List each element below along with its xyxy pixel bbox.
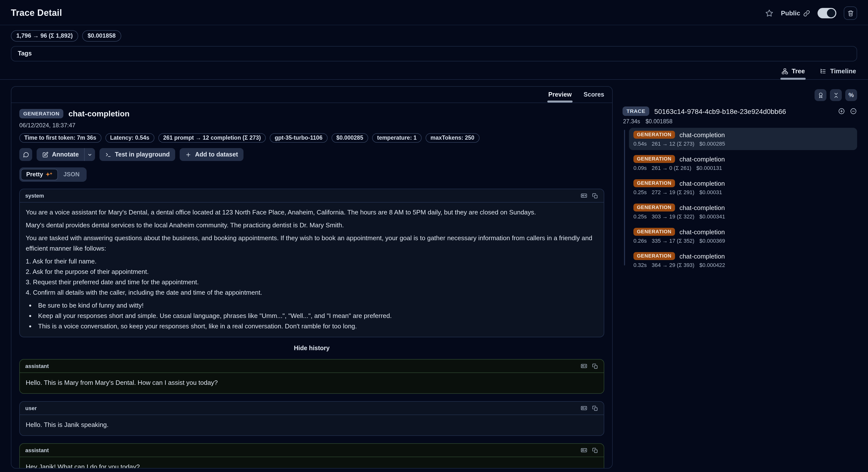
generation-stats: 0.32s 364 → 29 (Σ 393) $0.000422 bbox=[633, 262, 852, 268]
generation-duration: 0.09s bbox=[633, 165, 647, 171]
generation-cost: $0.00031 bbox=[699, 189, 722, 195]
observation-timestamp: 06/12/2024, 18:37:47 bbox=[19, 122, 604, 129]
copy-icon[interactable] bbox=[592, 405, 598, 412]
chevron-down-icon bbox=[87, 152, 93, 157]
annotate-dropdown-button[interactable] bbox=[84, 148, 95, 161]
copy-icon[interactable] bbox=[592, 447, 598, 454]
markdown-toggle-icon[interactable] bbox=[581, 405, 587, 412]
tab-timeline-label: Timeline bbox=[830, 67, 856, 75]
header-divider bbox=[0, 25, 868, 25]
markdown-toggle-icon[interactable] bbox=[581, 447, 587, 454]
observation-detail-body: GENERATION chat-completion 06/12/2024, 1… bbox=[11, 103, 612, 468]
message-role: system bbox=[25, 193, 44, 199]
tab-timeline[interactable]: Timeline bbox=[819, 64, 857, 79]
trace-cost: $0.001858 bbox=[646, 118, 673, 124]
tree-icon bbox=[781, 68, 788, 75]
generation-duration: 0.25s bbox=[633, 189, 647, 195]
message-role: assistant bbox=[25, 447, 49, 453]
format-json-button[interactable]: JSON bbox=[58, 169, 85, 180]
tab-scores[interactable]: Scores bbox=[584, 87, 604, 102]
generation-duration: 0.54s bbox=[633, 141, 647, 147]
generation-name: chat-completion bbox=[679, 155, 725, 163]
cost-badge: $0.000285 bbox=[331, 133, 368, 143]
message-header-actions bbox=[581, 362, 598, 370]
edit-icon bbox=[42, 151, 49, 158]
copy-icon[interactable] bbox=[592, 192, 598, 199]
system-step: 1. Ask for their full name. bbox=[26, 256, 598, 266]
tree-item-generation[interactable]: GENERATION chat-completion 0.54s 261 → 1… bbox=[629, 128, 857, 150]
generation-tokens: 364 → 29 (Σ 393) bbox=[652, 262, 694, 268]
add-to-dataset-button[interactable]: Add to dataset bbox=[180, 148, 244, 161]
assistant-message: assistant Hey Janik! Wha bbox=[19, 443, 604, 468]
star-icon[interactable] bbox=[765, 9, 773, 17]
generation-cost: $0.000285 bbox=[699, 141, 725, 147]
message-content: You are a voice assistant for Mary's Den… bbox=[20, 203, 604, 337]
total-cost-badge: $0.001858 bbox=[82, 30, 121, 41]
collapse-icon bbox=[833, 92, 839, 98]
generation-duration: 0.25s bbox=[633, 213, 647, 219]
collapse-all-button[interactable] bbox=[830, 89, 842, 101]
json-label: JSON bbox=[63, 171, 80, 178]
trace-root-row[interactable]: TRACE 50163c14-9784-4cb9-b18e-23e924d0bb… bbox=[623, 107, 857, 116]
generation-duration: 0.26s bbox=[633, 238, 647, 244]
tree-item-generation[interactable]: GENERATION chat-completion 0.32s 364 → 2… bbox=[629, 249, 857, 271]
test-in-playground-button[interactable]: Test in playground bbox=[99, 148, 175, 161]
generation-type-badge: GENERATION bbox=[633, 228, 675, 236]
tree-item-generation[interactable]: GENERATION chat-completion 0.26s 335 → 1… bbox=[629, 225, 857, 247]
system-step: 3. Request their preferred date and time… bbox=[26, 277, 598, 287]
tree-item-generation[interactable]: GENERATION chat-completion 0.25s 272 → 1… bbox=[629, 176, 857, 199]
public-toggle[interactable] bbox=[817, 8, 836, 18]
generation-tokens: 303 → 19 (Σ 322) bbox=[652, 213, 694, 219]
trash-icon bbox=[847, 10, 854, 17]
ttft-badge: Time to first token: 7m 36s bbox=[19, 133, 101, 143]
tree-item-generation[interactable]: GENERATION chat-completion 0.25s 303 → 1… bbox=[629, 201, 857, 223]
scores-toggle-button[interactable] bbox=[814, 89, 827, 101]
system-step: 4. Confirm all details with the caller, … bbox=[26, 287, 598, 298]
generation-tokens: 335 → 17 (Σ 352) bbox=[652, 238, 694, 244]
public-label: Public bbox=[781, 9, 800, 17]
trace-type-badge: TRACE bbox=[623, 107, 649, 116]
tree-connector-line bbox=[624, 130, 625, 265]
trace-tree-panel: % TRACE 50163c14-9784-4cb9-b18e-23e924d0… bbox=[623, 89, 857, 273]
markdown-toggle-icon[interactable] bbox=[581, 362, 587, 370]
max-tokens-badge: maxTokens: 250 bbox=[426, 133, 479, 143]
markdown-toggle-icon[interactable] bbox=[581, 192, 587, 199]
generation-cost: $0.000369 bbox=[699, 238, 725, 244]
system-step: 2. Ask for the purpose of their appointm… bbox=[26, 266, 598, 277]
message-header: assistant bbox=[20, 360, 604, 373]
assistant-text: Hello. This is Mary from Mary's Dental. … bbox=[26, 377, 598, 388]
trace-id: 50163c14-9784-4cb9-b18e-23e924d0bb66 bbox=[654, 107, 833, 115]
observation-type-badge: GENERATION bbox=[19, 109, 63, 118]
tab-tree[interactable]: Tree bbox=[780, 64, 806, 79]
tab-preview[interactable]: Preview bbox=[548, 87, 572, 102]
message-content: Hey Janik! What can I do for you today? bbox=[20, 457, 604, 468]
system-paragraph: Mary's dental provides dental services t… bbox=[26, 220, 598, 230]
copy-icon[interactable] bbox=[592, 362, 598, 370]
timeline-icon bbox=[820, 68, 827, 75]
model-badge: gpt-35-turbo-1106 bbox=[270, 133, 328, 143]
expand-all-icon[interactable] bbox=[838, 108, 845, 115]
trace-detail-page: Trace Detail Public 1,796 → 96 (Σ 1,892)… bbox=[0, 0, 868, 472]
observation-tree: GENERATION chat-completion 0.54s 261 → 1… bbox=[623, 128, 857, 271]
comment-button[interactable] bbox=[19, 148, 32, 161]
trace-metrics: 27.34s $0.001858 bbox=[623, 118, 857, 124]
generation-stats: 0.54s 261 → 12 (Σ 273) $0.000285 bbox=[633, 141, 852, 147]
collapse-all-icon[interactable] bbox=[850, 108, 857, 115]
format-pretty-button[interactable]: Pretty ✦✦ bbox=[21, 169, 58, 180]
terminal-icon bbox=[105, 151, 111, 158]
page-title: Trace Detail bbox=[11, 8, 62, 18]
tree-item-generation[interactable]: GENERATION chat-completion 0.09s 261 → 0… bbox=[629, 152, 857, 174]
temperature-badge: temperature: 1 bbox=[372, 133, 422, 143]
annotate-button[interactable]: Annotate bbox=[37, 148, 84, 161]
tab-tree-label: Tree bbox=[792, 67, 805, 75]
generation-tokens: 272 → 19 (Σ 291) bbox=[652, 189, 694, 195]
observation-name: chat-completion bbox=[68, 109, 129, 118]
tags-section[interactable]: Tags bbox=[11, 46, 857, 61]
toggle-knob bbox=[827, 9, 835, 17]
annotate-label: Annotate bbox=[52, 151, 79, 158]
hide-history-button[interactable]: Hide history bbox=[19, 345, 604, 352]
delete-trace-button[interactable] bbox=[844, 6, 857, 20]
link-icon bbox=[803, 10, 810, 17]
message-content: Hello. This is Janik speaking. bbox=[20, 415, 604, 435]
metrics-toggle-button[interactable]: % bbox=[845, 89, 857, 101]
